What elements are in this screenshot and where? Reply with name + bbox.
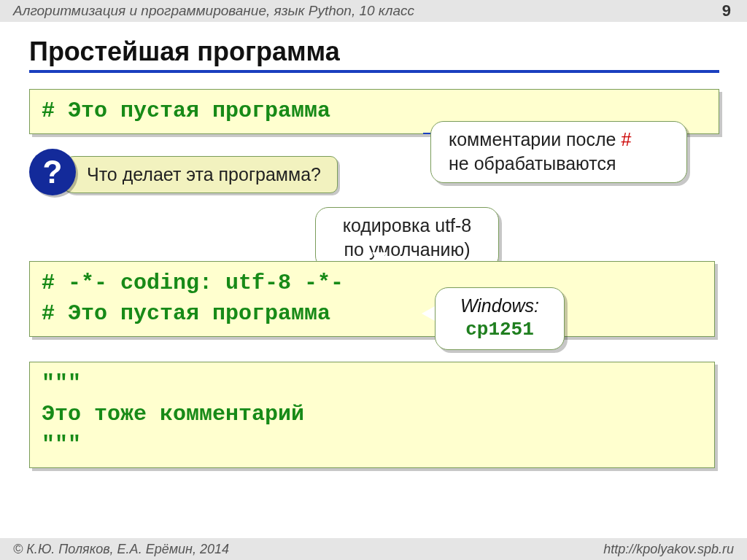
callout-comments-after-hash: комментарии после # не обрабатываются [430, 121, 687, 183]
callout-utf-line2: по умолчанию) [329, 238, 485, 262]
callout-windows-encoding: Windows: cp1251 [435, 287, 565, 350]
header-breadcrumb: Алгоритмизация и программирование, язык … [13, 3, 414, 19]
code-box-3: """ Это тоже комментарий """ [29, 362, 715, 468]
code3-line2: Это тоже комментарий [42, 399, 703, 429]
footer-authors: К.Ю. Поляков, Е.А. Ерёмин, 2014 [13, 542, 229, 557]
code-box-2: # -*- coding: utf-8 -*- # Это пустая про… [29, 261, 715, 337]
callout-utf8: кодировка utf-8 по умолчанию) [315, 207, 499, 269]
page-number: 9 [722, 1, 731, 20]
footer-site: http://kpolyakov.spb.ru [603, 542, 734, 557]
code2-line1: # -*- coding: utf-8 -*- [42, 268, 703, 298]
slide-title: Простейшая программа [29, 36, 719, 73]
callout-win-line2: cp1251 [449, 318, 551, 343]
callout-utf-line1: кодировка utf-8 [329, 214, 485, 238]
hash-symbol: # [621, 129, 631, 149]
footer-bar: К.Ю. Поляков, Е.А. Ерёмин, 2014 http://k… [0, 538, 747, 560]
code2-line2: # Это пустая программа [42, 298, 703, 329]
callout-hash-line1-pre: комментарии после [449, 129, 621, 149]
code3-line3: """ [42, 429, 703, 460]
callout-win-line1: Windows: [449, 294, 551, 318]
question-box: Что делает эта программа? [58, 156, 338, 193]
callout-hash-line2: не обрабатываются [449, 152, 673, 176]
question-icon: ? [29, 149, 76, 195]
code3-line1: """ [42, 368, 703, 399]
header-bar: Алгоритмизация и программирование, язык … [0, 0, 747, 22]
